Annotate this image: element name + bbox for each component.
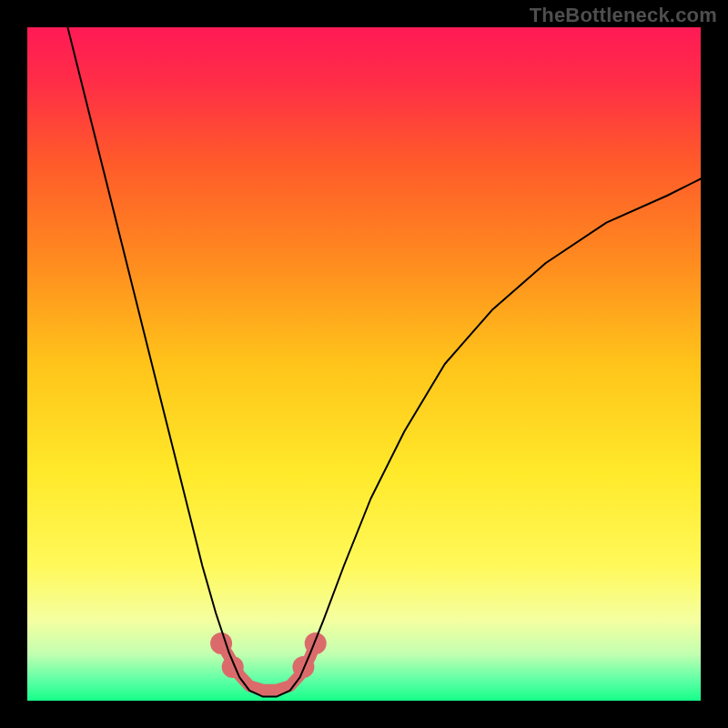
chart-stage: TheBottleneck.com: [0, 0, 728, 728]
frame-bottom: [0, 701, 728, 728]
plot-background: [27, 27, 701, 701]
frame-right: [701, 0, 728, 728]
frame-left: [0, 0, 27, 728]
bottleneck-chart: [0, 0, 728, 728]
spline-knob: [305, 632, 327, 654]
watermark-text: TheBottleneck.com: [530, 4, 717, 27]
